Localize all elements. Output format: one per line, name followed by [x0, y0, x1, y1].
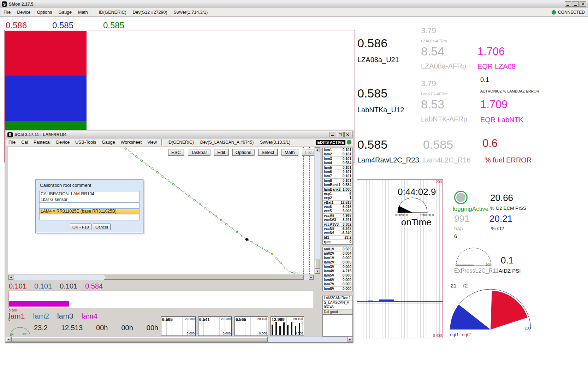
watch-row[interactable]: bt1 23.2 [323, 236, 352, 240]
watch-row[interactable]: vccA3V3 3.302 [323, 222, 352, 227]
scroll-left-icon[interactable]: ◄ [6, 337, 11, 342]
toolbar-button[interactable]: Taskbar [188, 149, 210, 156]
minimize-button[interactable] [565, 1, 571, 7]
device-info-box: LAM2CAN Rev 1S_LAM2CAN_A 3.106745Cal goo… [322, 296, 353, 315]
watch-row[interactable]: vcc6 6.018 [323, 205, 352, 209]
scroll-right-icon[interactable]: ► [309, 275, 314, 280]
maximize-button[interactable] [337, 132, 344, 137]
watch-row[interactable]: lam5 0.101 [323, 166, 352, 170]
watch-row[interactable]: lam4V 4.215 [323, 269, 352, 273]
toolbar-button[interactable]: Edit [214, 149, 228, 156]
watch-list-main[interactable]: lam1 0.101 lam2 0.101 lam3 0.101 lam4 0.… [322, 148, 353, 245]
watch-row[interactable]: lam6 0.101 [323, 170, 352, 174]
watch-row[interactable]: vccA5 4.968 [323, 214, 352, 218]
graph-hscrollbar[interactable]: ◄ ► [8, 275, 314, 280]
watch-name: lam5V [324, 273, 334, 277]
watch-row[interactable]: exp1 6 [323, 192, 352, 196]
scroll-down-icon[interactable]: ▼ [315, 269, 320, 274]
watch-row[interactable]: lam7V 0.000 [323, 282, 352, 286]
scal-menu-item[interactable]: Gauge [99, 139, 118, 146]
watch-row[interactable]: vcc3V3 3.291 [323, 218, 352, 222]
watch-row[interactable]: lam1 0.101 [323, 148, 352, 152]
scal-menu-item[interactable]: Worksheet [118, 139, 145, 146]
watch-row[interactable]: vccN5 -6.248 [323, 227, 352, 231]
watch-row[interactable]: lam2V 0.000 [323, 260, 352, 265]
watch-row[interactable]: lamBank2 1.000 [323, 188, 352, 192]
toolbar-button[interactable]: Options [232, 149, 255, 156]
watch-row[interactable]: lam8 0.101 [323, 179, 352, 183]
watch-row[interactable]: lam8V 0.000 [323, 287, 352, 291]
watch-row[interactable]: exp2 1 [323, 196, 352, 200]
watch-row[interactable]: lam3 0.101 [323, 157, 352, 161]
cancel-button[interactable]: Cancel [93, 224, 111, 230]
scroll-right-icon[interactable]: ► [348, 337, 352, 342]
watch-row[interactable]: lam3V 0.000 [323, 265, 352, 269]
scal-menu-item[interactable]: USB-Tools [72, 139, 99, 146]
smon-menu-item[interactable]: Gauge [55, 9, 75, 16]
hscroll-thumb[interactable] [104, 275, 304, 280]
hscroll-thumb[interactable] [11, 337, 268, 342]
watch-name: rpm [324, 240, 331, 244]
watch-value: 0.004 [343, 251, 351, 255]
watch-list-voltages[interactable]: an01V 0.505 an02V 0.004 lam1V 0.000 lam2… [322, 247, 353, 291]
comment-field[interactable]: 1bar G sensor [39, 197, 139, 203]
watch-name: vBat1 [324, 201, 333, 204]
comment-field[interactable] [39, 214, 139, 220]
toolbar-button[interactable]: ESC [168, 149, 184, 156]
scroll-left-icon[interactable]: ◄ [8, 275, 13, 280]
comment-field[interactable]: CALIBRATION: LAM-RR104 [39, 191, 139, 197]
scal-bottom-scrollbar[interactable]: ◄ ► [6, 337, 353, 342]
readout-value: 0.585 [357, 138, 387, 152]
close-button[interactable] [580, 1, 586, 7]
scal-titlebar[interactable]: S SCal 2.17.11 : LAM-RR104 [6, 131, 353, 138]
graph-vscrollbar[interactable]: ▲ ▼ [315, 147, 320, 274]
scal-menu-item[interactable]: Cal [18, 139, 31, 146]
watch-row[interactable]: vccN6 -6.240 [323, 231, 352, 235]
watch-name: exp1 [324, 192, 332, 196]
smon-titlebar[interactable]: S SMon 2.17.5 [0, 0, 588, 8]
close-button[interactable] [344, 132, 351, 137]
scal-menu-item[interactable]: File [6, 139, 18, 146]
smon-menu-item[interactable]: Options [34, 9, 55, 16]
mini-value: 6.565 [236, 317, 246, 322]
watch-name: vccA5 [324, 214, 334, 218]
trace-block-blue [5, 76, 87, 121]
watch-row[interactable]: rpm 0 [323, 240, 352, 244]
comment-field[interactable]: LAM4 = RR311025E (base RR311025B) [39, 209, 139, 215]
smon-menu-item[interactable]: File [0, 9, 14, 16]
readout-afrm-label: LZA08a-AFRm [421, 39, 447, 43]
smon-menu-item[interactable]: Math [75, 9, 91, 16]
toolbar-button[interactable]: Learn [302, 149, 314, 156]
watch-row[interactable]: an01V 0.505 [323, 247, 352, 251]
vscroll-thumb[interactable] [315, 260, 320, 269]
watch-row[interactable]: lam2 0.101 [323, 152, 352, 156]
watch-row[interactable]: lamBank1 0.584 [323, 183, 352, 187]
scroll-up-icon[interactable]: ▲ [315, 147, 320, 152]
watch-name: lamBank1 [324, 183, 340, 187]
watch-row[interactable]: lam4 0.584 [323, 161, 352, 165]
watch-value: -6.248 [341, 227, 351, 231]
watch-row[interactable]: lam6V 0.000 [323, 278, 352, 282]
mini-max: 20.100 [185, 317, 195, 321]
readout-afrp: 8.53 [421, 97, 444, 111]
scal-menu-item[interactable]: Pastecal [31, 139, 53, 146]
watch-row[interactable]: lam1V 0.000 [323, 256, 352, 260]
watch-value: 4.215 [343, 269, 351, 273]
watch-row[interactable]: vcc5 5.006 [323, 209, 352, 213]
minimize-button[interactable] [329, 132, 336, 137]
watch-row[interactable]: lam7 0.101 [323, 174, 352, 178]
comment-field[interactable] [39, 203, 139, 209]
smon-menu-item[interactable]: Device [14, 9, 34, 16]
ok-button[interactable]: OK - F10 [70, 224, 91, 230]
scal-menu-item[interactable]: Device [53, 139, 72, 146]
watch-row[interactable]: lam5V 0.000 [323, 273, 352, 278]
maximize-button[interactable] [572, 1, 579, 7]
scal-menu-item[interactable]: View [144, 139, 160, 146]
ontime-max-label: 5:00:00.0 [420, 213, 434, 217]
watch-row[interactable]: vBat1 12.513 [323, 201, 352, 205]
watch-value: 1.000 [343, 188, 351, 191]
toolbar-button[interactable]: Select [258, 149, 277, 156]
watch-row[interactable]: an02V 0.004 [323, 251, 352, 256]
toolbar-button[interactable]: Math [281, 149, 298, 156]
aidz-value: 0.1 [501, 255, 513, 266]
